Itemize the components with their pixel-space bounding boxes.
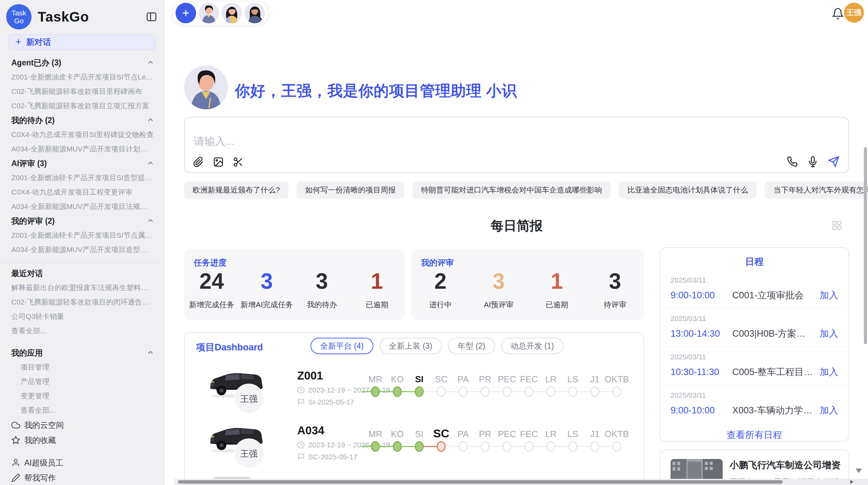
- sidebar-item[interactable]: Z001-全新燃油轻卡产品开发项目SI节点属性5D文件评审: [0, 228, 164, 242]
- sidebar-item[interactable]: A034-全新新能源MUV产品开发项目计划变更表编写: [0, 142, 164, 156]
- milestone-dot-LR: [546, 386, 555, 397]
- sidebar-item[interactable]: C0X4-动力总成开发项目SI里程碑提交物检查: [0, 127, 164, 142]
- sidebar-item[interactable]: C0X4-动力总成开发项目工程变更评审: [0, 185, 164, 199]
- app-item[interactable]: 产品管理: [0, 374, 164, 389]
- sidebar-section-header[interactable]: 我的评审 (2): [0, 214, 164, 228]
- schedule-name: C003|H0B-方案冻结评审: [732, 327, 814, 340]
- user-avatar[interactable]: 王强: [844, 3, 864, 23]
- milestone-dot-PR: [481, 386, 490, 397]
- sidebar-item[interactable]: C02-飞腾新能源轻客改款项目里程碑画布: [0, 84, 164, 99]
- sidebar-item[interactable]: Z001-全新燃油皮卡产品开发项目SI节点Lesson Learn报告: [0, 70, 164, 84]
- sidebar-section-header[interactable]: AI评审 (3): [0, 156, 164, 171]
- milestone-label-J1: J1: [590, 374, 599, 385]
- section-title: Agent已办 (3): [11, 58, 61, 68]
- project-row-Z001[interactable]: 王强Z0012023-12-19 ~ 2027-01-19SI-2025-05-…: [185, 367, 644, 422]
- dashboard-filter[interactable]: 全新上装 (3): [379, 338, 442, 354]
- sidebar-item[interactable]: C02-飞腾新能源轻客改款项目立项汇报方案: [0, 99, 164, 113]
- chat-input[interactable]: [194, 135, 605, 148]
- milestone-label-PR: PR: [479, 429, 491, 439]
- milestone-dot-LS: [568, 441, 577, 452]
- stat-label: 已逾期: [528, 300, 586, 310]
- sidebar-collapse-icon[interactable]: [146, 11, 157, 23]
- milestone-label-PA: PA: [458, 374, 469, 385]
- sidebar-section-header[interactable]: Agent已办 (3): [0, 55, 164, 70]
- dashboard-title: 项目Dashboard: [196, 341, 263, 353]
- sidebar-item[interactable]: A034-全新新能源MUV产品开发项目造型可行性评审: [0, 242, 164, 257]
- recent-chat-item[interactable]: C02-飞腾新能源轻客改款项目的闭环通告反馈情况: [0, 295, 164, 309]
- project-code: Z001: [297, 369, 323, 382]
- suggestion-chip[interactable]: 如何写一份清晰的项目周报: [297, 182, 404, 199]
- dashboard-filter[interactable]: 动总开发 (1): [501, 338, 564, 354]
- recent-chat-item[interactable]: 查看全部...: [0, 324, 164, 338]
- sidebar-item[interactable]: A034-全新新能源MUV产品开发项目法规符合性评审: [0, 199, 164, 214]
- stat-value: 3: [239, 269, 294, 294]
- app-item[interactable]: 项目管理: [0, 360, 164, 374]
- schedule-item: 2025/03/1110:30-11:30C005-整车工程目标评审加入: [660, 347, 848, 385]
- milestone-dot-J1: [590, 441, 599, 452]
- stat: 3待评审: [586, 269, 644, 310]
- avatar-member-1[interactable]: [198, 3, 219, 23]
- suggestion-chip[interactable]: 当下年轻人对汽车外观有怎样的喜好趋势: [765, 182, 868, 199]
- recent-chat-item[interactable]: 解释最新出台的欧盟报废车法规再生塑料比例被调至15%...: [0, 281, 164, 295]
- project-row-A034[interactable]: 王强A0342023-12-19 ~ 2026-01-19SC-2025-05-…: [185, 422, 644, 477]
- my-review-card: 我的评审 2进行中3AI预评审1已逾期3待评审: [411, 249, 644, 320]
- suggestion-chip[interactable]: 欧洲新规最近颁布了什么?: [184, 182, 288, 199]
- send-icon[interactable]: [828, 156, 840, 167]
- view-all-schedule-link[interactable]: 查看所有日程: [660, 429, 848, 441]
- dashboard-filter[interactable]: 全新平台 (4): [311, 338, 373, 354]
- microphone-icon[interactable]: [807, 156, 818, 167]
- project-flag-date: SI-2025-05-17: [297, 398, 354, 406]
- stat: 2进行中: [411, 269, 470, 310]
- attachment-icon[interactable]: [193, 157, 204, 167]
- voice-call-icon[interactable]: [787, 156, 798, 167]
- screenshot-scissors-icon[interactable]: [233, 157, 244, 167]
- my-apps-header[interactable]: 我的应用: [0, 346, 164, 360]
- assistant-avatar: [184, 65, 228, 109]
- join-meeting-link[interactable]: 加入: [820, 327, 838, 340]
- task-progress-card: 任务进度 24新增完成任务3新增AI完成任务3我的待办1已逾期: [184, 249, 405, 320]
- add-member-button[interactable]: [176, 3, 196, 23]
- stat-value: 24: [184, 269, 239, 294]
- app-item[interactable]: 变更管理: [0, 389, 164, 403]
- horizontal-scrollbar[interactable]: [174, 479, 868, 485]
- sidebar-tool-pen[interactable]: 帮我写作: [0, 470, 164, 485]
- stat-label: 新增AI完成任务: [239, 300, 294, 310]
- schedule-title: 日程: [660, 256, 848, 268]
- new-chat-button[interactable]: + 新对话: [9, 34, 155, 50]
- schedule-name: C001-立项审批会: [732, 289, 814, 301]
- avatar-member-3[interactable]: [244, 3, 265, 23]
- dashboard-filter[interactable]: 年型 (2): [448, 338, 495, 354]
- stat-label: 新增完成任务: [184, 300, 239, 310]
- recent-chat-item[interactable]: 公司Q3轻卡销量: [0, 309, 164, 324]
- sidebar-link-star[interactable]: 我的收藏: [0, 433, 164, 448]
- scroll-right-arrow[interactable]: [850, 480, 854, 484]
- schedule-item-main: 10:30-11:30C005-整车工程目标评审加入: [671, 366, 838, 378]
- vertical-scrollbar-thumb[interactable]: [864, 147, 867, 344]
- notifications-bell-icon[interactable]: [832, 8, 844, 20]
- layout-grid-icon[interactable]: [831, 220, 842, 231]
- milestone-dot-SI: [415, 386, 424, 397]
- section-title: 最近对话: [11, 268, 43, 279]
- horizontal-scrollbar-thumb[interactable]: [178, 480, 783, 484]
- suggestion-chip[interactable]: 比亚迪全固态电池计划具体说了什么: [619, 182, 757, 199]
- suggestion-chip[interactable]: 特朗普可能对进口汽车增税会对中国车企造成哪些影响: [412, 182, 611, 199]
- milestone-dot-PEC: [503, 441, 511, 452]
- app-item[interactable]: 查看全部...: [0, 403, 164, 418]
- section-title: AI评审 (3): [11, 158, 47, 169]
- avatar-member-2[interactable]: [221, 3, 242, 23]
- join-meeting-link[interactable]: 加入: [820, 366, 838, 378]
- recent-chats-header[interactable]: 最近对话: [0, 266, 164, 281]
- sidebar-section-header[interactable]: 我的待办 (2): [0, 113, 164, 127]
- join-meeting-link[interactable]: 加入: [820, 404, 838, 416]
- join-meeting-link[interactable]: 加入: [820, 289, 838, 301]
- sidebar-link-cloud[interactable]: 我的云空间: [0, 418, 164, 433]
- stat-value: 3: [470, 269, 528, 294]
- sidebar-item[interactable]: Z001-全新燃油轻卡产品开发项目SI造型提交物评审: [0, 171, 164, 185]
- milestone-label-KO: KO: [391, 374, 404, 385]
- sidebar-tool-robot[interactable]: AI超级员工: [0, 455, 164, 470]
- milestone-label-PEC: PEC: [498, 374, 516, 385]
- milestone-label-J1: J1: [590, 429, 599, 439]
- image-upload-icon[interactable]: [213, 157, 224, 167]
- scroll-down-arrow[interactable]: [856, 469, 862, 473]
- milestone-dot-FEC: [525, 441, 533, 452]
